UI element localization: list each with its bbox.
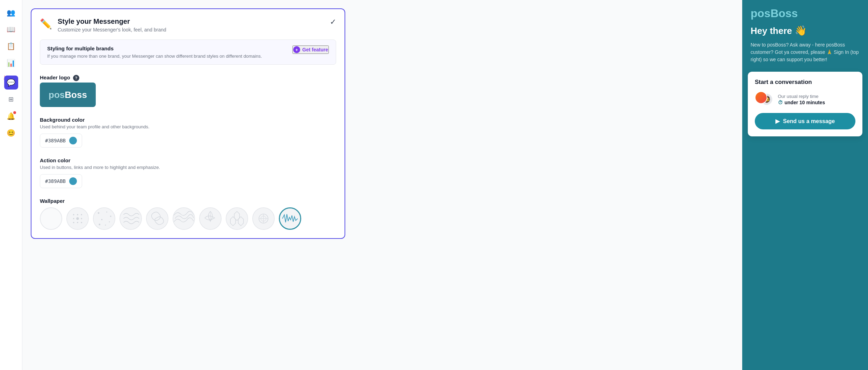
svg-point-12 bbox=[98, 212, 100, 214]
wallpaper-item-1[interactable] bbox=[40, 207, 62, 230]
wallpaper-item-7[interactable] bbox=[199, 207, 222, 230]
avatar-1 bbox=[755, 91, 767, 104]
book-nav-item[interactable]: 📖 bbox=[4, 22, 18, 36]
svg-point-4 bbox=[81, 214, 82, 215]
header-logo-label: Header logo ? bbox=[40, 74, 336, 81]
svg-point-20 bbox=[147, 208, 168, 229]
notifications-badge bbox=[13, 111, 16, 114]
chart-nav-item[interactable]: 📊 bbox=[4, 56, 18, 70]
apps-nav-item[interactable]: ⊞ bbox=[4, 92, 18, 106]
get-feature-label: Get feature bbox=[302, 47, 328, 52]
people-icon: 👥 bbox=[7, 8, 15, 17]
svg-point-10 bbox=[81, 222, 82, 223]
reply-time-value: under 10 minutes bbox=[784, 100, 825, 105]
background-color-swatch bbox=[69, 137, 77, 144]
action-color-row[interactable]: #389ABB bbox=[40, 174, 82, 188]
inbox-nav-item[interactable]: 📋 bbox=[4, 39, 18, 53]
book-icon: 📖 bbox=[7, 25, 15, 34]
send-icon: ▶ bbox=[775, 118, 780, 124]
background-color-label: Background color bbox=[40, 117, 336, 123]
svg-point-16 bbox=[109, 221, 110, 222]
info-icon: ? bbox=[73, 75, 79, 81]
action-color-label: Action color bbox=[40, 157, 336, 163]
card-header-left: ✏️ Style your Messenger Customize your M… bbox=[40, 17, 166, 33]
wallpaper-item-10[interactable] bbox=[279, 207, 301, 230]
reply-info: Our usual reply time ⏱ under 10 minutes bbox=[778, 94, 825, 105]
wallpaper-item-5[interactable] bbox=[146, 207, 168, 230]
multi-brand-info: Styling for multiple brands If you manag… bbox=[47, 45, 262, 59]
svg-point-13 bbox=[106, 212, 107, 213]
inbox-icon: 📋 bbox=[7, 42, 15, 50]
svg-point-18 bbox=[105, 225, 106, 226]
action-color-desc: Used in buttons, links and more to highl… bbox=[40, 165, 336, 170]
send-message-button[interactable]: ▶ Send us a message bbox=[755, 113, 855, 129]
main-content: ✏️ Style your Messenger Customize your M… bbox=[22, 0, 742, 370]
wallpaper-item-4[interactable] bbox=[120, 207, 142, 230]
greeting-text: Hey there bbox=[751, 26, 792, 36]
wallpaper-grid bbox=[40, 207, 336, 230]
svg-point-5 bbox=[73, 218, 74, 219]
wallpaper-item-6[interactable] bbox=[173, 207, 195, 230]
card-title: Style your Messenger bbox=[58, 17, 166, 26]
background-color-desc: Used behind your team profile and other … bbox=[40, 124, 336, 129]
send-button-label: Send us a message bbox=[783, 118, 835, 124]
card-header: ✏️ Style your Messenger Customize your M… bbox=[40, 17, 336, 33]
notifications-nav-item[interactable]: 🔔 bbox=[4, 109, 18, 123]
card-title-group: Style your Messenger Customize your Mess… bbox=[58, 17, 166, 33]
svg-point-15 bbox=[101, 219, 103, 220]
background-color-hex: #389ABB bbox=[45, 138, 66, 143]
messenger-icon: 💬 bbox=[7, 78, 15, 87]
chart-icon: 📊 bbox=[7, 59, 15, 67]
svg-point-2 bbox=[73, 214, 74, 215]
action-color-hex: #389ABB bbox=[45, 178, 66, 184]
svg-point-7 bbox=[81, 218, 82, 219]
pencil-icon: ✏️ bbox=[40, 18, 52, 30]
multi-brand-banner: Styling for multiple brands If you manag… bbox=[40, 40, 336, 65]
plus-circle-icon: + bbox=[293, 46, 300, 53]
logo-boss: Boss bbox=[65, 90, 87, 100]
conversation-card: Start a conversation 🧔 Our usual reply t… bbox=[748, 72, 862, 136]
style-messenger-card: ✏️ Style your Messenger Customize your M… bbox=[31, 8, 345, 239]
logo-pos: pos bbox=[49, 90, 65, 100]
svg-point-6 bbox=[76, 217, 79, 220]
svg-point-3 bbox=[77, 214, 78, 215]
right-panel-top: posBoss Hey there 👋 New to posBoss? Ask … bbox=[742, 0, 868, 72]
svg-point-9 bbox=[77, 222, 78, 223]
header-logo-preview: posBoss bbox=[40, 83, 96, 107]
avatar-group: 🧔 bbox=[755, 91, 774, 107]
wallpaper-item-3[interactable] bbox=[93, 207, 115, 230]
brand-pos: pos bbox=[751, 7, 771, 20]
logo-text: posBoss bbox=[49, 90, 87, 100]
brand-boss: Boss bbox=[771, 7, 798, 20]
clock-icon: ⏱ bbox=[778, 100, 783, 105]
greeting-description: New to posBoss? Ask away - here posBoss … bbox=[751, 41, 860, 63]
background-color-row[interactable]: #389ABB bbox=[40, 134, 82, 148]
right-panel: posBoss Hey there 👋 New to posBoss? Ask … bbox=[742, 0, 868, 370]
wallpaper-item-2[interactable] bbox=[66, 207, 89, 230]
wallpaper-item-8[interactable] bbox=[226, 207, 248, 230]
conversation-title: Start a conversation bbox=[755, 79, 855, 86]
get-feature-button[interactable]: + Get feature bbox=[292, 45, 329, 54]
action-color-swatch bbox=[69, 177, 77, 185]
wallpaper-label: Wallpaper bbox=[40, 198, 336, 204]
multi-brand-title: Styling for multiple brands bbox=[47, 45, 262, 51]
multi-brand-description: If you manage more than one brand, your … bbox=[47, 54, 262, 59]
wallpaper-item-9[interactable] bbox=[252, 207, 275, 230]
svg-point-17 bbox=[99, 224, 101, 226]
brand-name: posBoss bbox=[751, 7, 860, 20]
collapse-button[interactable]: ✓ bbox=[330, 17, 336, 27]
people-nav-item[interactable]: 👥 bbox=[4, 6, 18, 20]
reply-time: ⏱ under 10 minutes bbox=[778, 100, 825, 105]
svg-point-19 bbox=[120, 208, 141, 229]
svg-point-11 bbox=[94, 208, 115, 229]
svg-point-0 bbox=[41, 208, 62, 229]
svg-point-8 bbox=[73, 222, 74, 223]
apps-icon: ⊞ bbox=[8, 95, 14, 103]
card-subtitle: Customize your Messenger's look, feel, a… bbox=[58, 27, 166, 33]
profile-nav-item[interactable]: 😊 bbox=[4, 126, 18, 140]
reply-label: Our usual reply time bbox=[778, 94, 825, 99]
wave-emoji: 👋 bbox=[795, 25, 807, 36]
svg-point-14 bbox=[110, 216, 111, 217]
messenger-nav-item[interactable]: 💬 bbox=[4, 76, 18, 90]
reply-info-row: 🧔 Our usual reply time ⏱ under 10 minute… bbox=[755, 91, 855, 107]
